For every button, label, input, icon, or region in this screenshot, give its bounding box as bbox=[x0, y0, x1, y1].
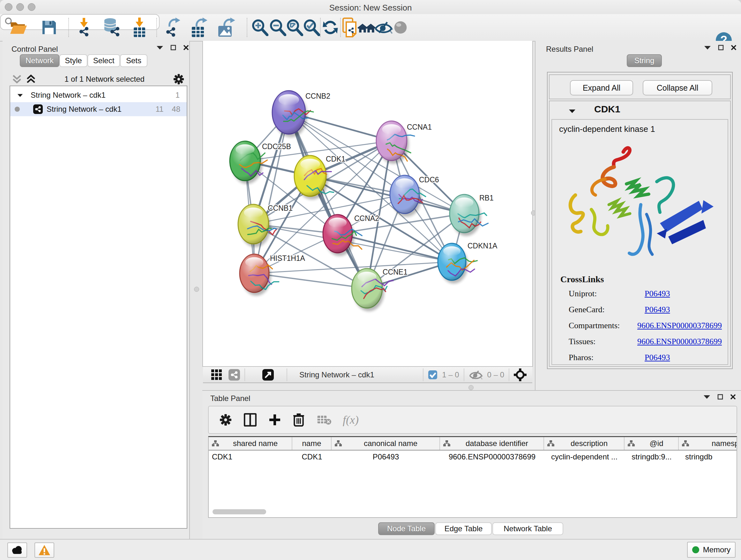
node-label-CDC6: CDC6 bbox=[419, 176, 439, 184]
panel-undock-icon[interactable] bbox=[171, 45, 176, 51]
graph-node-CCNB2[interactable]: CCNB2 bbox=[272, 91, 330, 137]
zoom-in-button[interactable] bbox=[250, 18, 269, 37]
graph-node-RB1[interactable]: RB1 bbox=[450, 194, 494, 236]
delete-column-icon[interactable] bbox=[293, 413, 305, 427]
export-image-button[interactable] bbox=[217, 18, 236, 37]
entry-expander-icon[interactable] bbox=[569, 109, 576, 113]
panel-undock-icon[interactable] bbox=[718, 45, 724, 51]
panel-undock-icon[interactable] bbox=[718, 394, 723, 400]
panel-close-icon[interactable] bbox=[730, 394, 736, 400]
left-splitter-grip[interactable] bbox=[194, 287, 199, 292]
import-network-icon bbox=[75, 18, 93, 37]
table-toolbar: f(x) bbox=[208, 406, 737, 434]
crosslink-value-link[interactable]: 9606.ENSP00000378699 bbox=[637, 321, 722, 330]
column-header-@id[interactable]: @id bbox=[624, 437, 679, 450]
open-file-button[interactable] bbox=[9, 18, 28, 37]
column-header-namespace[interactable]: namespace bbox=[679, 437, 737, 450]
panel-float-icon[interactable] bbox=[156, 45, 163, 50]
selected-checkbox-icon[interactable] bbox=[428, 370, 437, 380]
tab-edge-table[interactable]: Edge Table bbox=[435, 522, 492, 535]
import-table-button[interactable] bbox=[130, 18, 149, 37]
tab-style[interactable]: Style bbox=[59, 54, 87, 67]
crosslink-value-link[interactable]: P06493 bbox=[645, 305, 670, 314]
crosslink-value-link[interactable]: P06493 bbox=[645, 289, 670, 299]
network-options-gear-icon[interactable] bbox=[173, 74, 184, 84]
bottom-splitter-grip[interactable] bbox=[468, 385, 474, 390]
zoom-selected-button[interactable] bbox=[302, 18, 321, 37]
graph-node-CCNE1[interactable]: CCNE1 bbox=[352, 268, 408, 311]
table-panel-title: Table Panel bbox=[210, 394, 250, 403]
graph-node-CCNA1[interactable]: CCNA1 bbox=[376, 121, 432, 164]
import-network-database-button[interactable] bbox=[102, 18, 121, 37]
panel-close-icon[interactable] bbox=[183, 45, 189, 51]
network-node-count: 11 bbox=[155, 105, 163, 114]
crosslink-value-link[interactable]: P06493 bbox=[645, 353, 670, 362]
column-header-shared-name[interactable]: shared name bbox=[209, 437, 292, 450]
memory-button[interactable]: Memory bbox=[687, 542, 736, 558]
export-network-button[interactable] bbox=[163, 18, 182, 37]
panel-close-icon[interactable] bbox=[731, 45, 737, 51]
hide-selected-button[interactable] bbox=[374, 18, 393, 37]
column-header-name[interactable]: name bbox=[292, 437, 332, 450]
show-all-button[interactable] bbox=[391, 18, 410, 37]
tab-sets[interactable]: Sets bbox=[120, 54, 147, 67]
column-header-description[interactable]: description bbox=[544, 437, 624, 450]
birdseye-grid-icon[interactable] bbox=[211, 369, 222, 380]
save-session-button[interactable] bbox=[40, 18, 59, 37]
horizontal-scrollbar-thumb[interactable] bbox=[212, 509, 266, 514]
column-header-database-identifier[interactable]: database identifier bbox=[440, 437, 544, 450]
import-network-file-button[interactable] bbox=[74, 18, 93, 37]
first-neighbors-button[interactable] bbox=[357, 18, 377, 37]
table-settings-gear-icon[interactable] bbox=[219, 414, 232, 426]
cloud-status-button[interactable] bbox=[7, 543, 27, 558]
network-thumbnail-icon[interactable] bbox=[228, 369, 240, 381]
graph-node-CCNA2[interactable]: CCNA2 bbox=[323, 214, 379, 256]
collection-label: String Network – cdk1 bbox=[30, 91, 106, 100]
graph-node-CDKN1A[interactable]: CDKN1A bbox=[438, 242, 497, 284]
table-cell: 9606.ENSP00000378699 bbox=[440, 452, 544, 461]
expand-all-icon[interactable] bbox=[26, 74, 36, 84]
view-toolbar-separator bbox=[245, 368, 245, 381]
crosslinks-list: Uniprot: P06493GeneCard: P06493Compartme… bbox=[569, 289, 722, 369]
add-column-icon[interactable] bbox=[269, 414, 281, 426]
table-row[interactable]: CDK1CDK1P064939606.ENSP00000378699cyclin… bbox=[209, 450, 737, 463]
show-columns-icon[interactable] bbox=[244, 413, 257, 427]
graph-node-CCNB1[interactable]: CCNB1 bbox=[238, 204, 293, 247]
tab-select[interactable]: Select bbox=[87, 54, 120, 67]
panel-float-icon[interactable] bbox=[704, 45, 711, 50]
warnings-button[interactable] bbox=[35, 543, 54, 558]
zoom-fit-button[interactable] bbox=[285, 18, 304, 37]
network-canvas[interactable]: CCNB2CCNA1CDC25BCDK1CDC6RB1CCNB1CCNA2CDK… bbox=[203, 41, 532, 366]
export-table-button[interactable] bbox=[190, 18, 209, 37]
refresh-view-button[interactable] bbox=[321, 18, 340, 37]
hidden-eye-icon[interactable] bbox=[469, 370, 483, 380]
tab-network-table[interactable]: Network Table bbox=[492, 522, 563, 535]
network-view[interactable]: CCNB2CCNA1CDC25BCDK1CDC6RB1CCNB1CCNA2CDK… bbox=[202, 41, 533, 367]
crosslink-row: Tissues: 9606.ENSP00000378699 bbox=[569, 337, 722, 347]
collapse-all-icon[interactable] bbox=[12, 74, 22, 84]
tab-string[interactable]: String bbox=[627, 54, 662, 67]
tree-expander-icon[interactable] bbox=[17, 93, 23, 98]
copy-documents-icon bbox=[342, 17, 359, 37]
export-view-icon[interactable] bbox=[262, 369, 274, 381]
collapse-all-button[interactable]: Collapse All bbox=[643, 80, 712, 96]
column-type-icon bbox=[443, 440, 450, 447]
node-label-CDK1: CDK1 bbox=[326, 155, 345, 163]
tab-network[interactable]: Network bbox=[20, 54, 59, 67]
graph-node-HIST1H1A[interactable]: HIST1H1A bbox=[240, 254, 306, 296]
export-table-icon bbox=[191, 17, 208, 37]
column-type-icon bbox=[682, 440, 689, 447]
pan-move-icon[interactable] bbox=[514, 368, 527, 381]
graph-node-CDC25B[interactable]: CDC25B bbox=[230, 141, 291, 184]
panel-float-icon[interactable] bbox=[703, 395, 711, 399]
network-row-selected[interactable]: String Network – cdk1 11 48 bbox=[10, 102, 187, 116]
tab-node-table[interactable]: Node Table bbox=[378, 522, 434, 535]
network-collection-row[interactable]: String Network – cdk1 1 bbox=[10, 86, 187, 102]
copy-network-button[interactable] bbox=[341, 18, 360, 37]
crosslink-value-link[interactable]: 9606.ENSP00000378699 bbox=[637, 337, 722, 347]
column-header-canonical-name[interactable]: canonical name bbox=[332, 437, 440, 450]
network-share-icon bbox=[33, 105, 43, 114]
zoom-out-button[interactable] bbox=[268, 18, 287, 37]
expand-all-button[interactable]: Expand All bbox=[570, 80, 633, 96]
graph-node-CDC6[interactable]: CDC6 bbox=[390, 175, 439, 217]
